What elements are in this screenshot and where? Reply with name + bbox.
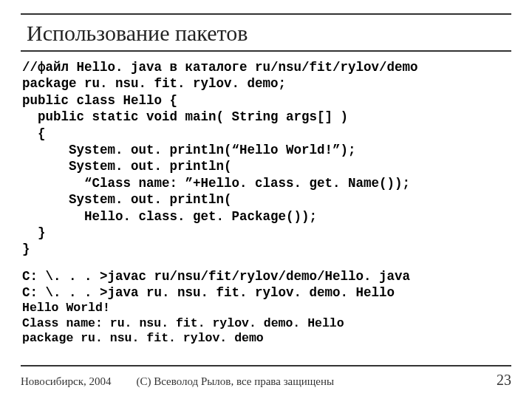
- code-block: //файл Hello. java в каталоге ru/nsu/fit…: [22, 59, 511, 258]
- footer-page-number: 23: [497, 372, 511, 389]
- footer-copyright: (С) Всеволод Рылов, все права защищены: [136, 375, 497, 388]
- footer-rule: [21, 365, 511, 366]
- slide-title: Использование пакетов: [27, 21, 511, 46]
- output-block: Hello World! Class name: ru. nsu. fit. r…: [22, 301, 511, 345]
- slide: Использование пакетов //файл Hello. java…: [0, 0, 532, 399]
- shell-block: C: \. . . >javac ru/nsu/fit/rylov/demo/H…: [22, 268, 511, 301]
- footer-place: Новосибирск, 2004: [21, 375, 111, 388]
- top-rule: [21, 13, 511, 15]
- footer: Новосибирск, 2004 (С) Всеволод Рылов, вс…: [21, 372, 511, 389]
- title-underline: [21, 50, 511, 52]
- spacer: [21, 258, 511, 268]
